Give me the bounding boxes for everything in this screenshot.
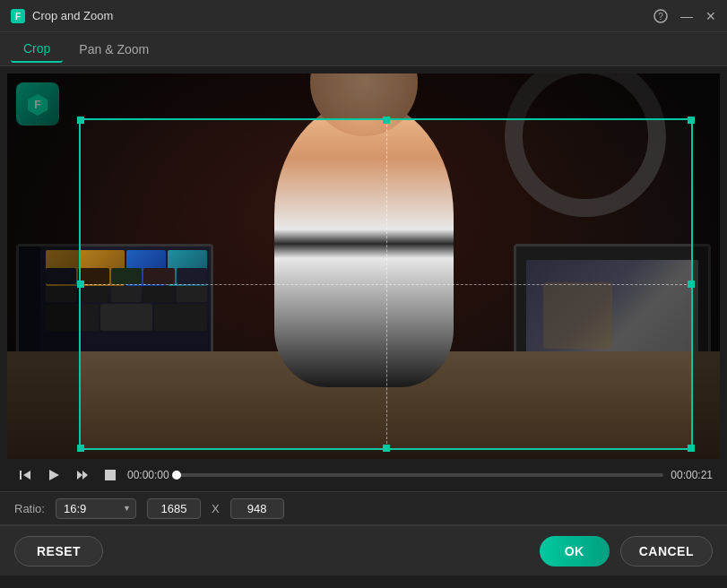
playback-controls: 00:00:00 00:00:21 — [7, 459, 720, 491]
svg-text:F: F — [15, 12, 21, 22]
ratio-bar: Ratio: 16:9 4:3 1:1 9:16 Custom X — [0, 491, 727, 525]
svg-marker-7 — [49, 470, 59, 480]
cancel-button[interactable]: CANCEL — [620, 536, 713, 566]
svg-rect-10 — [105, 470, 116, 480]
close-button[interactable]: ✕ — [705, 10, 716, 22]
reset-button[interactable]: RESET — [14, 536, 103, 566]
stop-button[interactable] — [100, 465, 120, 485]
play-button[interactable] — [43, 464, 65, 486]
width-input[interactable] — [147, 498, 201, 519]
window-title: Crop and Zoom — [32, 9, 113, 22]
progress-thumb[interactable] — [172, 471, 181, 480]
person-body — [274, 100, 454, 387]
tab-crop[interactable]: Crop — [11, 36, 63, 63]
time-end: 00:00:21 — [671, 469, 713, 481]
step-back-button[interactable] — [14, 464, 36, 486]
tab-pan-zoom[interactable]: Pan & Zoom — [66, 37, 161, 62]
tabs-bar: Crop Pan & Zoom — [0, 32, 727, 66]
video-area: F — [7, 74, 720, 459]
svg-marker-6 — [23, 471, 30, 480]
ok-button[interactable]: OK — [540, 536, 610, 566]
time-current: 00:00:00 — [127, 469, 169, 481]
minimize-button[interactable]: — — [680, 10, 693, 22]
svg-text:F: F — [34, 99, 40, 111]
svg-marker-8 — [77, 471, 82, 480]
x-separator: X — [212, 502, 220, 515]
title-bar: F Crop and Zoom ? — ✕ — [0, 0, 727, 32]
app-icon: F — [11, 9, 25, 23]
svg-rect-5 — [20, 471, 22, 480]
help-button[interactable]: ? — [653, 9, 668, 23]
footer: RESET OK CANCEL — [0, 525, 727, 575]
svg-text:?: ? — [658, 12, 663, 22]
progress-bar[interactable] — [177, 473, 664, 477]
ratio-select-wrap: 16:9 4:3 1:1 9:16 Custom — [56, 498, 136, 519]
fast-forward-button[interactable] — [72, 464, 93, 486]
height-input[interactable] — [230, 498, 284, 519]
ratio-label: Ratio: — [14, 502, 45, 515]
watermark-icon: F — [16, 82, 59, 125]
svg-marker-9 — [82, 471, 88, 480]
ratio-select[interactable]: 16:9 4:3 1:1 9:16 Custom — [56, 498, 136, 519]
